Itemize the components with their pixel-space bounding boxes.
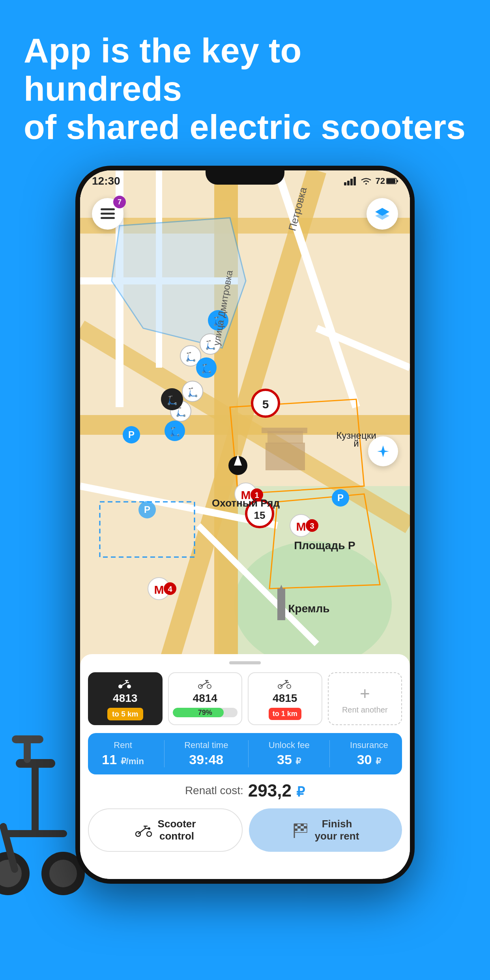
svg-rect-89 bbox=[101, 213, 115, 215]
hero-headline: App is the key to hundreds of shared ele… bbox=[24, 32, 466, 146]
stat-insurance-number: 30 bbox=[357, 752, 372, 767]
scooter-card-icon bbox=[118, 679, 132, 689]
headline-line2: of shared electric scooters bbox=[24, 107, 466, 146]
svg-rect-79 bbox=[277, 589, 285, 620]
map-layers-button[interactable] bbox=[367, 198, 398, 230]
wifi-icon bbox=[361, 177, 372, 185]
phone-screen: 12:30 72 bbox=[80, 170, 410, 879]
rental-cost-currency: ₽ bbox=[296, 784, 305, 799]
hamburger-icon bbox=[101, 208, 115, 219]
location-button[interactable] bbox=[368, 436, 398, 466]
card-4813-number: 4813 bbox=[113, 692, 137, 705]
rent-another-plus: + bbox=[360, 685, 370, 702]
battery-value: 72 bbox=[376, 176, 385, 186]
svg-point-100 bbox=[207, 685, 211, 688]
battery-icon bbox=[386, 178, 398, 184]
stat-rental-time: Rental time 39:48 bbox=[184, 740, 228, 767]
svg-text:P: P bbox=[337, 492, 344, 503]
finish-rent-button[interactable]: Finishyour rent bbox=[249, 808, 402, 852]
battery-indicator: 72 bbox=[376, 176, 398, 186]
scooter-cards-row: 4813 to 5 km 4814 bbox=[80, 672, 410, 725]
stat-rent-label: Rent bbox=[114, 740, 132, 750]
scooter-control-label: Scootercontrol bbox=[158, 818, 196, 842]
phone-shell: 12:30 72 bbox=[75, 166, 415, 884]
scooter-card-4814[interactable]: 4814 79% bbox=[168, 672, 243, 725]
stat-divider-1 bbox=[164, 740, 165, 767]
card-4814-battery-label: 79% bbox=[198, 709, 212, 717]
stat-insurance-unit: ₽ bbox=[376, 756, 381, 766]
card-4815-badge-label: to 1 km bbox=[273, 710, 297, 718]
svg-rect-125 bbox=[301, 829, 304, 831]
svg-rect-15 bbox=[387, 179, 395, 183]
svg-text:15: 15 bbox=[254, 509, 266, 521]
stat-rent-unit: ₽/min bbox=[121, 756, 144, 766]
scooter-card-4815[interactable]: 4815 to 1 km bbox=[248, 672, 322, 725]
svg-rect-120 bbox=[294, 824, 297, 826]
signal-icon bbox=[344, 177, 357, 185]
svg-text:М: М bbox=[296, 520, 306, 533]
card-4814-number: 4814 bbox=[193, 692, 217, 705]
map-svg: М 1 М 3 М 4 5 15 bbox=[80, 170, 410, 695]
svg-text:5: 5 bbox=[262, 398, 269, 411]
svg-line-113 bbox=[138, 829, 145, 834]
location-icon bbox=[376, 444, 390, 458]
svg-point-3 bbox=[49, 860, 77, 887]
svg-line-95 bbox=[120, 683, 127, 686]
rental-cost-amount: 293,2 bbox=[248, 781, 292, 800]
card-4813-badge: to 5 km bbox=[107, 708, 143, 720]
card-4815-badge: to 1 km bbox=[269, 708, 301, 720]
svg-point-117 bbox=[148, 827, 150, 830]
stat-insurance: Insurance 30 ₽ bbox=[350, 740, 388, 767]
stat-divider-3 bbox=[329, 740, 330, 767]
stat-unlock-fee: Unlock fee 35 ₽ bbox=[269, 740, 310, 767]
svg-text:4: 4 bbox=[168, 585, 172, 593]
svg-rect-5 bbox=[32, 763, 39, 834]
svg-text:🛴: 🛴 bbox=[185, 352, 196, 362]
svg-rect-88 bbox=[101, 208, 115, 210]
svg-text:🛴: 🛴 bbox=[170, 426, 181, 437]
svg-point-106 bbox=[287, 685, 291, 688]
stats-row: Rent 11 ₽/min Rental time 39:48 Unlock f… bbox=[88, 733, 402, 774]
svg-rect-8 bbox=[12, 735, 43, 743]
svg-rect-124 bbox=[294, 829, 297, 831]
svg-rect-6 bbox=[16, 759, 55, 768]
scooter-control-icon bbox=[135, 823, 152, 837]
card-4813-badge-label: to 5 km bbox=[112, 710, 138, 718]
svg-text:й: й bbox=[353, 438, 359, 449]
headline-line1: App is the key to hundreds bbox=[24, 31, 301, 108]
stat-divider-2 bbox=[248, 740, 249, 767]
scooter-card-rent-another[interactable]: + Rent another bbox=[328, 672, 402, 725]
stat-insurance-label: Insurance bbox=[350, 740, 388, 750]
finish-flag-icon bbox=[292, 822, 309, 838]
drag-handle bbox=[229, 661, 261, 664]
scooter-control-button[interactable]: Scootercontrol bbox=[88, 808, 243, 852]
svg-text:P: P bbox=[128, 429, 135, 440]
svg-rect-122 bbox=[297, 826, 301, 829]
rental-cost-row: Renatl cost: 293,2 ₽ bbox=[80, 781, 410, 800]
svg-text:М: М bbox=[154, 583, 164, 596]
svg-rect-12 bbox=[350, 179, 353, 185]
scooter-hero-image bbox=[0, 704, 87, 901]
svg-text:Площадь Р: Площадь Р bbox=[294, 539, 355, 552]
map-area[interactable]: М 1 М 3 М 4 5 15 bbox=[80, 170, 410, 695]
svg-rect-13 bbox=[353, 177, 356, 185]
svg-rect-90 bbox=[101, 217, 115, 219]
svg-rect-16 bbox=[397, 180, 398, 182]
rental-cost-label: Renatl cost: bbox=[185, 784, 243, 797]
badge-count: 7 bbox=[118, 198, 122, 206]
svg-text:Охотный Ряд: Охотный Ряд bbox=[212, 497, 280, 509]
layers-icon bbox=[374, 207, 390, 221]
stat-rental-time-value: 39:48 bbox=[189, 752, 223, 767]
svg-text:Кремль: Кремль bbox=[288, 602, 329, 615]
svg-rect-11 bbox=[347, 181, 350, 185]
bottom-buttons: Scootercontrol Finishyour rent bbox=[80, 808, 410, 852]
status-time: 12:30 bbox=[92, 175, 120, 187]
svg-text:🛴: 🛴 bbox=[187, 387, 198, 398]
stat-rent-number: 11 bbox=[102, 752, 117, 767]
notification-badge: 7 bbox=[113, 196, 126, 208]
scooter-card-4813[interactable]: 4813 to 5 km bbox=[88, 672, 163, 725]
svg-rect-121 bbox=[301, 824, 304, 826]
svg-point-94 bbox=[127, 685, 131, 688]
phone-notch bbox=[206, 170, 284, 185]
map-menu-button[interactable]: 7 bbox=[92, 198, 123, 230]
